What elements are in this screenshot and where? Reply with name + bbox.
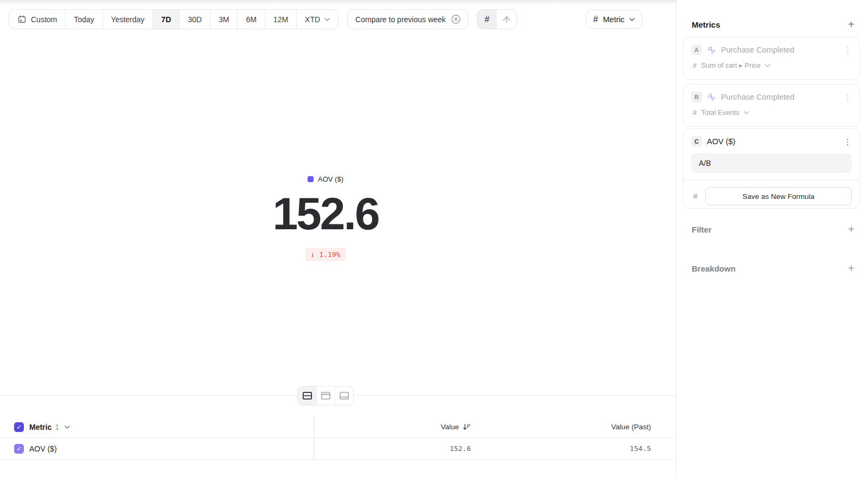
formula-name[interactable]: AOV ($)	[707, 137, 735, 146]
select-all-checkbox[interactable]: ✓	[14, 422, 24, 432]
value-past-column-header[interactable]: Value (Past)	[611, 423, 651, 431]
add-filter-icon[interactable]: +	[848, 223, 854, 236]
measure-selector[interactable]: Sum of cart ▸ Price	[701, 61, 761, 69]
number-view-icon: #	[484, 15, 489, 24]
add-breakdown-icon[interactable]: +	[848, 262, 854, 275]
date-range-7d[interactable]: 7D	[152, 10, 179, 29]
save-as-new-formula-button[interactable]: Save as New Formula	[705, 187, 852, 205]
row-metric-label: AOV ($)	[29, 444, 57, 453]
uplift-view-toggle[interactable]	[497, 10, 516, 29]
compare-chip-label: Compare to previous week	[355, 15, 446, 24]
date-range-6m[interactable]: 6M	[237, 10, 264, 29]
number-type-icon: #	[693, 61, 697, 69]
metric-dropdown-button[interactable]: # Metric	[586, 10, 642, 29]
main-panel: Custom Today Yesterday 7D 30D 3M 6M 12M …	[0, 0, 676, 477]
metric-badge: B	[691, 92, 702, 102]
pull-up-icon	[502, 15, 512, 24]
autocapture-sparkle-icon	[707, 46, 716, 55]
filter-title: Filter	[692, 225, 712, 234]
formula-input[interactable]: A/B	[691, 153, 852, 173]
date-range-today[interactable]: Today	[65, 10, 102, 29]
toolbar: Custom Today Yesterday 7D 30D 3M 6M 12M …	[0, 9, 676, 29]
value-column-header[interactable]: Value	[441, 423, 459, 431]
change-badge: ↓ 1.19%	[305, 248, 346, 261]
split-view-toggle[interactable]	[298, 386, 316, 405]
chevron-down-icon	[765, 64, 770, 67]
chart-type-toggle: #	[477, 9, 517, 29]
chevron-down-icon	[324, 18, 330, 21]
chevron-down-icon[interactable]	[65, 426, 70, 429]
metric-hash-icon: #	[593, 15, 598, 24]
number-type-icon: #	[693, 108, 697, 117]
autocapture-sparkle-icon	[707, 93, 716, 102]
date-range-yesterday[interactable]: Yesterday	[103, 10, 153, 29]
legend-label: AOV ($)	[318, 175, 343, 183]
chevron-down-icon	[629, 18, 635, 21]
kebab-menu-icon[interactable]: ⋮	[844, 138, 852, 146]
chart-only-view-toggle[interactable]	[316, 386, 335, 405]
date-range-custom[interactable]: Custom	[9, 10, 65, 29]
metric-event-name[interactable]: Purchase Completed	[721, 46, 794, 54]
metric-button-label: Metric	[603, 15, 624, 24]
big-number-chart: AOV ($) 152.6 ↓ 1.19%	[0, 175, 651, 261]
metric-badge: C	[691, 136, 702, 147]
big-number-view-toggle[interactable]: #	[477, 10, 497, 29]
chevron-down-icon	[744, 111, 749, 114]
remove-compare-icon[interactable]	[451, 14, 461, 24]
date-range-3m[interactable]: 3M	[210, 10, 237, 29]
breakdown-section-header: Breakdown +	[692, 262, 854, 275]
table-only-view-toggle[interactable]	[335, 386, 353, 405]
date-range-xtd[interactable]: XTD	[296, 10, 338, 29]
table-column-divider	[314, 416, 314, 460]
sort-descending-icon[interactable]	[462, 423, 471, 431]
measure-selector[interactable]: Total Events	[701, 108, 739, 117]
date-range-label: Custom	[31, 15, 57, 24]
metric-value: 152.6	[0, 191, 651, 236]
number-type-icon: #	[693, 192, 698, 201]
card-divider	[684, 180, 859, 181]
query-sidebar: Metrics + A Purchase Completed ⋮ # Sum o…	[676, 0, 868, 477]
row-checkbox[interactable]: ✓	[14, 444, 24, 454]
legend-color-swatch	[308, 176, 314, 182]
metric-card-b[interactable]: B Purchase Completed ⋮ # Total Events	[683, 84, 860, 127]
table-row: ✓ AOV ($) 152.6 154.5	[0, 438, 676, 460]
row-value-past: 154.5	[630, 444, 651, 453]
formula-card-c[interactable]: C AOV ($) ⋮ A/B # Save as New Formula	[683, 128, 860, 209]
top-edge-shadow	[0, 0, 676, 5]
kebab-menu-icon[interactable]: ⋮	[844, 93, 852, 101]
date-range-12m[interactable]: 12M	[265, 10, 296, 29]
chart-legend: AOV ($)	[308, 175, 343, 183]
panel-layout-toggles	[297, 386, 354, 405]
filter-section-header: Filter +	[692, 223, 854, 236]
add-metric-icon[interactable]: +	[848, 18, 854, 31]
breakdown-title: Breakdown	[692, 264, 736, 273]
metric-badge: A	[691, 44, 702, 55]
metric-column-label: Metric	[29, 423, 52, 431]
date-range-30d[interactable]: 30D	[179, 10, 210, 29]
results-table: ✓ Metric 1 Value Va	[0, 416, 676, 460]
metrics-title: Metrics	[692, 20, 720, 29]
metric-count: 1	[55, 423, 59, 431]
row-value: 152.6	[450, 444, 471, 453]
metrics-section-header: Metrics +	[692, 18, 854, 31]
date-range-segmented-control: Custom Today Yesterday 7D 30D 3M 6M 12M …	[9, 9, 339, 29]
kebab-menu-icon[interactable]: ⋮	[844, 46, 852, 54]
metric-event-name[interactable]: Purchase Completed	[721, 93, 794, 101]
calendar-icon	[17, 15, 27, 24]
table-header-row: ✓ Metric 1 Value Va	[0, 416, 676, 438]
metric-card-a[interactable]: A Purchase Completed ⋮ # Sum of cart ▸ P…	[683, 37, 860, 80]
compare-chip[interactable]: Compare to previous week	[347, 9, 468, 29]
